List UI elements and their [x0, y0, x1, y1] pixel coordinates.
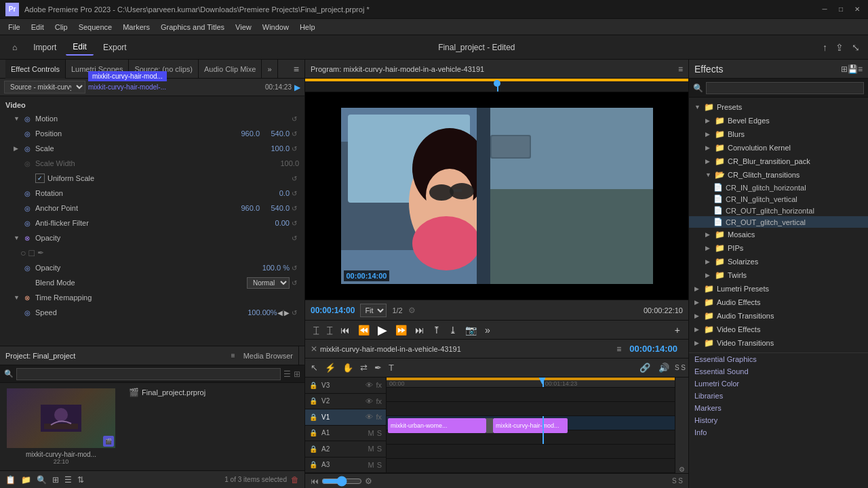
menu-graphics[interactable]: Graphics and Titles [155, 19, 230, 35]
timeline-tool-slip[interactable]: ⇄ [357, 361, 370, 374]
speed-value[interactable]: 100.00% [243, 308, 277, 317]
scale-expand[interactable]: ▶ [14, 145, 22, 152]
a2-m[interactable]: M [368, 445, 374, 453]
a3-m[interactable]: M [368, 461, 374, 469]
list-view-icon[interactable]: ☰ [283, 369, 291, 379]
import-button[interactable]: Import [26, 40, 63, 55]
position-x[interactable]: 960.0 [226, 129, 260, 138]
minimize-button[interactable]: ─ [819, 4, 830, 15]
list-view-button[interactable]: ☰ [63, 474, 73, 486]
settings-wheel-icon[interactable]: ⚙ [679, 466, 685, 473]
timeline-zoom-slider[interactable] [321, 476, 362, 487]
effects-search-input[interactable] [706, 82, 864, 94]
item-cr-in-h[interactable]: 📄 CR_IN_glitch_horizontal [689, 182, 868, 193]
timeline-tool-text[interactable]: T [386, 361, 397, 374]
a1-s[interactable]: S [377, 429, 382, 437]
play-button[interactable]: ▶ [375, 321, 390, 339]
go-to-in-button[interactable]: ⏮ [338, 323, 353, 337]
folder-mosaics[interactable]: ▶ 📁 Mosaics [689, 228, 868, 241]
effects-save-button[interactable]: 💾 [848, 64, 858, 74]
preview-menu-icon[interactable]: ≡ [678, 64, 683, 74]
link-essential-sound[interactable]: Essential Sound [689, 365, 868, 378]
opv-reset[interactable]: ↺ [290, 263, 299, 272]
v2-fx[interactable]: fx [376, 397, 382, 405]
preview-scrubber[interactable] [305, 79, 688, 92]
fullscreen-icon[interactable]: ⤡ [849, 41, 863, 54]
timeline-tool-move[interactable]: ✋ [340, 361, 356, 374]
item-cr-out-h[interactable]: 📄 CR_OUT_glitch_horizontal [689, 205, 868, 216]
folder-cr-glitch[interactable]: ▼ 📂 CR_Glitch_transitions [689, 168, 868, 182]
menu-edit[interactable]: Edit [26, 19, 50, 35]
uniform-scale-checkbox[interactable]: ✓ [35, 174, 45, 183]
folder-cr-blur[interactable]: ▶ 📁 CR_Blur_transition_pack [689, 155, 868, 168]
folder-solarizes[interactable]: ▶ 📁 Solarizes [689, 255, 868, 268]
link-history[interactable]: History [689, 414, 868, 426]
tr-expand[interactable]: ▼ [14, 294, 22, 301]
opacity-value[interactable]: 100.0 % [256, 264, 290, 272]
scale-value[interactable]: 100.0 [256, 144, 290, 152]
fit-select[interactable]: Fit [360, 304, 387, 317]
a1-lock[interactable]: 🔒 [309, 429, 319, 436]
folder-pips[interactable]: ▶ 📁 PIPs [689, 241, 868, 255]
panel-chevron[interactable]: » [262, 60, 277, 79]
add-marker-button[interactable]: + [672, 323, 683, 337]
go-to-out-button[interactable]: ⏭ [412, 323, 427, 337]
sp-reset[interactable]: ↺ [290, 308, 299, 317]
new-item-button[interactable]: 📋 [4, 474, 17, 486]
v1-lock[interactable]: 🔒 [309, 413, 319, 421]
v3-eye[interactable]: 👁 [366, 381, 373, 389]
item-cr-in-v[interactable]: 📄 CR_IN_glitch_vertical [689, 193, 868, 205]
linked-button[interactable]: 🔊 [656, 361, 672, 374]
a2-lock[interactable]: 🔒 [309, 445, 319, 453]
af-reset[interactable]: ↺ [290, 218, 299, 228]
edit-button[interactable]: Edit [66, 39, 94, 56]
step-back-button[interactable]: ⏪ [355, 323, 372, 337]
speed-nav-right[interactable]: ▶ [284, 309, 290, 317]
close-button[interactable]: ✕ [852, 4, 863, 15]
menu-markers[interactable]: Markers [117, 19, 155, 35]
menu-help[interactable]: Help [294, 19, 321, 35]
link-lumetri-color[interactable]: Lumetri Color [689, 378, 868, 390]
v2-eye[interactable]: 👁 [366, 397, 373, 405]
item-cr-out-v[interactable]: 📄 CR_OUT_glitch_vertical [689, 216, 868, 228]
rot-reset[interactable]: ↺ [290, 188, 299, 198]
project-search-input[interactable] [16, 368, 281, 380]
motion-expand[interactable]: ▼ [14, 115, 22, 122]
overwrite-button[interactable]: ⤓ [446, 323, 460, 337]
link-libraries[interactable]: Libraries [689, 390, 868, 402]
folder-lumetri-presets[interactable]: ▶ 📁 Lumetri Presets [689, 282, 868, 296]
folder-blurs[interactable]: ▶ 📁 Blurs [689, 127, 868, 141]
folder-audio-effects[interactable]: ▶ 📁 Audio Effects [689, 296, 868, 309]
maximize-button[interactable]: □ [835, 4, 846, 15]
export-button[interactable]: Export [96, 40, 134, 55]
op-section-expand[interactable]: ▼ [14, 235, 22, 241]
tab-effect-controls[interactable]: Effect Controls [5, 60, 66, 79]
v3-fx[interactable]: fx [376, 381, 382, 389]
tab-audio-clip[interactable]: Audio Clip Mixe [199, 60, 262, 79]
preview-current-time[interactable]: 00:00:14:00 [311, 306, 355, 315]
folder-video-transitions[interactable]: ▶ 📁 Video Transitions [689, 336, 868, 350]
link-essential-graphics[interactable]: Essential Graphics [689, 353, 868, 365]
menu-view[interactable]: View [230, 19, 257, 35]
rotation-value[interactable]: 0.0 [256, 189, 290, 197]
play-icon[interactable]: ▶ [294, 83, 300, 92]
project-menu-icon[interactable]: ≡ [231, 352, 235, 359]
panel-menu-icon[interactable]: ≡ [294, 64, 299, 75]
folder-video-effects[interactable]: ▶ 📁 Video Effects [689, 323, 868, 336]
video-section[interactable]: Video [0, 99, 304, 111]
timeline-ruler[interactable]: 00:00 00:01:14:23 [387, 378, 675, 388]
more-controls[interactable]: » [482, 323, 493, 337]
v3-lock[interactable]: 🔒 [309, 382, 319, 389]
home-button[interactable]: ⌂ [5, 40, 24, 55]
op-section-reset[interactable]: ↺ [290, 233, 299, 243]
sort-button[interactable]: ⇅ [76, 474, 85, 486]
scale-reset[interactable]: ↺ [290, 144, 299, 153]
v1-fx[interactable]: fx [376, 413, 382, 421]
tab-media-browser[interactable]: Media Browser [238, 346, 299, 365]
effects-icons-button[interactable]: ⊞ [841, 64, 848, 74]
mark-in-button[interactable]: ⌶ [311, 323, 321, 337]
link-info[interactable]: Info [689, 426, 868, 439]
a3-s[interactable]: S [377, 461, 382, 469]
anchor-x[interactable]: 960.0 [226, 204, 260, 212]
menu-clip[interactable]: Clip [50, 19, 73, 35]
